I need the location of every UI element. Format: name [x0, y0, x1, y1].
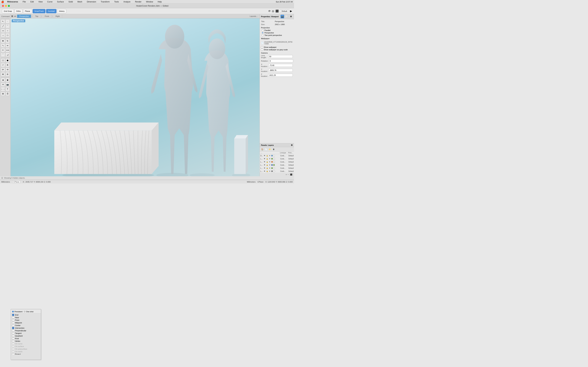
tool-loft[interactable]: ⟰ — [5, 63, 10, 67]
x-location-input[interactable] — [268, 64, 293, 67]
tool-scale[interactable]: ⤡ — [1, 43, 5, 48]
tool-arc[interactable]: ⌓ — [1, 33, 5, 37]
layer-eye-icon-5[interactable]: 👁 — [263, 170, 266, 172]
tool-render[interactable]: ◈ — [1, 78, 5, 82]
smarttrack-button[interactable]: SmartTrack — [33, 9, 45, 13]
tool-ellipse[interactable]: ⬭ — [5, 33, 10, 37]
show-wallpaper-gray-row[interactable]: Show wallpaper as gray scale — [261, 49, 293, 51]
tool-sweep[interactable]: ⟳ — [1, 67, 5, 72]
minimize-button[interactable] — [5, 5, 7, 7]
menu-analyze[interactable]: Analyze — [122, 0, 131, 3]
z-location-input[interactable] — [268, 74, 293, 77]
layer-eye-icon-3[interactable]: 👁 — [263, 164, 266, 166]
tab-front[interactable]: Front — [43, 15, 52, 18]
menu-window[interactable]: Window — [145, 0, 154, 3]
tool-snap[interactable]: ⊞ — [1, 92, 5, 96]
layer-color-3[interactable] — [271, 164, 273, 166]
show-wallpaper-checkbox[interactable] — [261, 46, 263, 48]
layer-lock-icon-0[interactable]: 🔓 — [266, 155, 268, 157]
tab-right[interactable]: Right — [53, 15, 62, 18]
default-display[interactable]: Default — [280, 10, 289, 13]
layers-switch-footer-btn[interactable]: ⬛ — [289, 173, 293, 176]
layer-row-0[interactable]: D... 👁 🔓 ☀ Conti... Default — [260, 154, 294, 157]
menu-help[interactable]: Help — [157, 0, 163, 3]
tool-solid[interactable]: ⬢ — [5, 58, 10, 63]
tool-polyline[interactable]: ⌒ — [5, 24, 10, 28]
menu-render[interactable]: Render — [134, 0, 142, 3]
history-button[interactable]: History — [57, 9, 66, 13]
layer-render-icon-3[interactable]: ☀ — [268, 164, 271, 166]
menu-surface[interactable]: Surface — [56, 0, 65, 3]
layer-render-icon-5[interactable]: ☀ — [268, 170, 271, 172]
radio-two-point[interactable]: Two point perspective — [262, 34, 293, 36]
menu-transform[interactable]: Transform — [100, 0, 111, 3]
layers-folder-btn[interactable]: 📁 — [268, 148, 271, 151]
tool-chamfer[interactable]: ◿ — [5, 53, 10, 57]
layers-settings-icon[interactable]: ⚙ — [291, 144, 293, 146]
tool-mirror[interactable]: ⇔ — [5, 43, 10, 48]
tool-layer[interactable]: ☰ — [5, 92, 10, 96]
layer-color-4[interactable] — [271, 167, 273, 169]
tool-select[interactable]: ↖ — [1, 19, 5, 24]
planar-button[interactable]: Planar — [23, 9, 32, 13]
maximize-button[interactable] — [8, 5, 10, 7]
viewport-canvas[interactable]: Perspective — [11, 18, 259, 176]
menu-dimension[interactable]: Dimension — [86, 0, 97, 3]
layers-add-btn[interactable]: 🏠 — [261, 148, 264, 151]
menu-app[interactable]: Rhinoceros — [6, 0, 19, 3]
tool-point[interactable]: · — [5, 19, 10, 24]
tool-line[interactable]: ╱ — [1, 24, 5, 28]
tool-extend[interactable]: ⟺ — [5, 48, 10, 52]
tool-move[interactable]: ✥ — [1, 39, 5, 43]
layouts-button[interactable]: Layouts... — [248, 15, 259, 17]
layer-color-1[interactable] — [271, 158, 273, 159]
tool-boolean-union[interactable]: ⊕ — [1, 72, 5, 76]
tool-extrude[interactable]: ⤴ — [1, 63, 5, 67]
grid-snap-button[interactable]: Grid Snap — [2, 9, 14, 13]
menu-edit[interactable]: Edit — [29, 0, 35, 3]
tool-rectangle[interactable]: ▭ — [1, 28, 5, 33]
layer-render-icon-1[interactable]: ☀ — [268, 158, 271, 160]
layer-render-icon-2[interactable]: ☀ — [268, 161, 271, 163]
camera-icon-btn[interactable]: 📷 — [281, 15, 284, 18]
layer-eye-icon-4[interactable]: 👁 — [263, 167, 266, 169]
layer-color-0[interactable] — [271, 155, 273, 157]
nav-prev-icon[interactable]: ⟳ — [268, 9, 270, 13]
layers-add-footer-btn[interactable]: + — [286, 173, 287, 176]
tool-trim[interactable]: ✂ — [1, 48, 5, 52]
single-view-icon[interactable]: ▭ — [14, 15, 16, 17]
layer-render-icon-0[interactable]: ☀ — [268, 155, 271, 157]
show-wallpaper-gray-checkbox[interactable] — [261, 49, 263, 51]
menu-curve[interactable]: Curve — [46, 0, 53, 3]
gumball-button[interactable]: Gumball — [46, 9, 56, 13]
radio-perspective[interactable]: Perspective — [262, 32, 293, 34]
apple-menu[interactable]: 🍎 — [1, 1, 4, 3]
layer-row-3[interactable]: L... 👁 🔓 ☀ Conti... Default — [260, 164, 294, 167]
tool-revolve[interactable]: ⟲ — [5, 67, 10, 72]
layers-new-btn[interactable]: 📄 — [264, 148, 268, 151]
layer-color-2[interactable] — [271, 161, 273, 163]
layer-lock-icon-3[interactable]: 🔓 — [266, 164, 268, 166]
cplane-dropdown[interactable]: CPlane — [13, 181, 20, 183]
layer-row-2[interactable]: L... 👁 🔓 ☀ Conti... Default — [260, 160, 294, 164]
nav-stop-icon[interactable]: ⬛ — [276, 9, 279, 13]
tool-camera[interactable]: 📷 — [5, 83, 10, 87]
expand-icon[interactable]: ▶ — [290, 9, 292, 13]
layers-minus-footer-btn[interactable]: − — [287, 173, 289, 176]
layer-lock-icon-1[interactable]: 🔓 — [266, 158, 268, 160]
menu-mesh[interactable]: Mesh — [77, 0, 83, 3]
tab-perspective[interactable]: Perspective — [17, 15, 31, 18]
tool-dim[interactable]: ←→ — [1, 87, 5, 91]
layer-eye-icon-2[interactable]: 👁 — [263, 161, 266, 163]
menu-file[interactable]: File — [22, 0, 27, 3]
menu-tools[interactable]: Tools — [113, 0, 120, 3]
tool-surface[interactable]: ⬡ — [1, 58, 5, 63]
menu-view[interactable]: View — [37, 0, 44, 3]
radio-parallel[interactable]: Parallel — [262, 29, 293, 31]
tool-boolean-diff[interactable]: ⊖ — [5, 72, 10, 76]
layer-row-1[interactable]: L... 👁 🔓 ☀ Conti... Default — [260, 157, 294, 160]
settings-icon-btn[interactable]: ⚙ — [289, 15, 293, 18]
tab-top[interactable]: Top — [33, 15, 41, 18]
grid-icon[interactable]: ⊞ — [11, 15, 13, 17]
layer-lock-icon-4[interactable]: 🔓 — [266, 167, 268, 169]
